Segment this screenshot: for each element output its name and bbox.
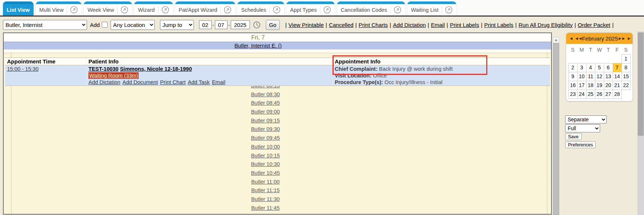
tab-multi-view[interactable]: Multi View bbox=[36, 1, 82, 15]
time-slot-link[interactable]: Butler 08:30 bbox=[251, 91, 280, 97]
time-slot-link[interactable]: Butler 09:00 bbox=[251, 109, 280, 115]
calendar-day[interactable]: 20 bbox=[604, 81, 613, 90]
time-slot-link[interactable]: Butler 11:30 bbox=[251, 196, 279, 202]
schedule-scrollbar[interactable]: ▲ bbox=[553, 37, 559, 215]
calendar-day[interactable]: 21 bbox=[613, 81, 622, 90]
calendar-day[interactable]: 9 bbox=[568, 72, 577, 81]
provider-select[interactable]: Butler, Internist bbox=[3, 20, 87, 30]
calendar-day[interactable]: 12 bbox=[595, 72, 604, 81]
external-link-icon[interactable] bbox=[220, 6, 232, 14]
tab-list-view[interactable]: List View bbox=[3, 1, 34, 15]
toolbar-link-print-labels[interactable]: Print Labels bbox=[484, 22, 514, 28]
tab-wizard[interactable]: Wizard bbox=[134, 1, 173, 15]
patient-action-add-document[interactable]: Add Document bbox=[122, 79, 158, 85]
patient-action-email[interactable]: Email bbox=[212, 79, 225, 85]
external-link-icon[interactable] bbox=[158, 6, 169, 14]
external-link-icon[interactable] bbox=[117, 6, 128, 14]
time-slot-link[interactable]: Butler 11:15 bbox=[251, 187, 279, 193]
calendar-day[interactable]: 5 bbox=[595, 63, 604, 72]
calendar-day[interactable]: 13 bbox=[604, 72, 613, 81]
calendar-day[interactable]: 27 bbox=[604, 90, 613, 98]
tab-pat-appt-wizard[interactable]: Pat/Appt Wizard bbox=[175, 1, 236, 15]
patient-name-link[interactable]: Simmons, Nicole 12-18-1990 bbox=[120, 66, 192, 72]
provider-header-link[interactable]: Butler, Internist E. () bbox=[4, 42, 512, 49]
calendar-day[interactable]: 15 bbox=[622, 72, 630, 81]
day-input[interactable] bbox=[215, 20, 227, 29]
preferences-button[interactable]: Preferences bbox=[565, 141, 596, 148]
year-input[interactable] bbox=[231, 20, 250, 29]
next-year-icon[interactable]: ►► bbox=[618, 36, 625, 41]
scrollbar-thumb[interactable] bbox=[553, 43, 559, 215]
calendar-day[interactable]: 18 bbox=[586, 81, 595, 90]
time-slot-link[interactable]: Butler 11:00 bbox=[251, 179, 279, 185]
time-slot-link[interactable]: Butler 10:15 bbox=[251, 153, 280, 159]
jump-to-select[interactable]: Jump to bbox=[160, 20, 194, 30]
calendar-day[interactable]: 4 bbox=[586, 63, 595, 72]
calendar-day-selected[interactable]: 7 bbox=[613, 63, 622, 72]
patient-action-print-chart[interactable]: Print Chart bbox=[160, 79, 185, 85]
month-input[interactable] bbox=[199, 20, 212, 29]
time-slot-link[interactable]: Butler 10:45 bbox=[251, 170, 280, 176]
external-link-icon[interactable] bbox=[390, 6, 401, 14]
location-select[interactable]: Any Location bbox=[111, 20, 155, 30]
tab-appt-types[interactable]: Appt Types bbox=[286, 1, 335, 15]
time-slot-link[interactable]: Butler 08:45 bbox=[251, 100, 280, 106]
tab-waiting-list[interactable]: Waiting List bbox=[407, 1, 456, 15]
view-size-select[interactable]: Full bbox=[565, 124, 600, 132]
time-slot-link[interactable]: Butler 09:45 bbox=[251, 135, 280, 141]
appointment-time-link[interactable]: 15:00 - 15:30 bbox=[7, 66, 38, 72]
calendar-day[interactable]: 23 bbox=[568, 90, 577, 98]
clock-icon[interactable] bbox=[253, 21, 261, 29]
time-slot-link[interactable]: Butler 12:00 bbox=[251, 214, 280, 214]
patient-action-add-task[interactable]: Add Task bbox=[188, 79, 209, 85]
toolbar-link-print-labels[interactable]: Print Labels bbox=[450, 22, 479, 28]
calendar-day[interactable]: 2 bbox=[568, 63, 577, 72]
page-scrollbar[interactable] bbox=[637, 31, 644, 215]
toolbar-link-add-dictation[interactable]: Add Dictation bbox=[393, 22, 426, 28]
time-slot-link[interactable]: Butler 09:15 bbox=[251, 118, 280, 124]
calendar-day[interactable]: 10 bbox=[577, 72, 586, 81]
go-button[interactable]: Go bbox=[266, 20, 280, 30]
calendar-day[interactable]: 26 bbox=[595, 90, 604, 98]
calendar-day[interactable]: 11 bbox=[586, 72, 595, 81]
save-button[interactable]: Save bbox=[565, 133, 582, 140]
scrollbar-up-arrow[interactable]: ▲ bbox=[553, 37, 559, 43]
toolbar-link-email[interactable]: Email bbox=[431, 22, 445, 28]
toolbar-link-cancelled[interactable]: Cancelled bbox=[329, 22, 354, 28]
tab-cancellation-codes[interactable]: Cancellation Codes bbox=[337, 1, 405, 15]
calendar-day[interactable]: 6 bbox=[604, 63, 613, 72]
time-slot-link[interactable]: Butler 11:45 bbox=[251, 205, 279, 211]
calendar-day[interactable]: 22 bbox=[622, 81, 630, 90]
toolbar-link-run-all-drug-eligibility[interactable]: Run All Drug Eligibility bbox=[519, 22, 573, 28]
calendar-day[interactable]: 25 bbox=[586, 90, 595, 98]
external-link-icon[interactable] bbox=[320, 6, 331, 14]
calendar-day[interactable]: 3 bbox=[577, 63, 586, 72]
external-link-icon[interactable] bbox=[442, 6, 453, 14]
toolbar-link-print-charts[interactable]: Print Charts bbox=[359, 22, 388, 28]
external-link-icon[interactable] bbox=[269, 6, 281, 14]
calendar-day[interactable]: 1 bbox=[622, 54, 630, 63]
time-slot-link[interactable]: Butler 10:00 bbox=[251, 144, 280, 150]
add-checkbox[interactable] bbox=[102, 22, 108, 28]
toolbar-link-order-packet[interactable]: Order Packet bbox=[578, 22, 610, 28]
next-month-icon[interactable]: ► bbox=[627, 36, 631, 41]
calendar-day[interactable]: 14 bbox=[613, 72, 622, 81]
patient-action-add-dictation[interactable]: Add Dictation bbox=[88, 79, 120, 85]
prev-year-icon[interactable]: ◄◄ bbox=[575, 36, 582, 41]
calendar-day[interactable]: 24 bbox=[577, 90, 586, 98]
page-scrollbar-thumb[interactable] bbox=[638, 32, 644, 136]
calendar-day[interactable]: 8 bbox=[622, 63, 630, 72]
calendar-day[interactable]: 19 bbox=[595, 81, 604, 90]
time-slot-link[interactable]: Butler 10:30 bbox=[251, 161, 280, 167]
tab-schedules[interactable]: Schedules bbox=[237, 1, 284, 15]
toolbar-link-view-printable[interactable]: View Printable bbox=[289, 22, 324, 28]
calendar-day[interactable]: 16 bbox=[568, 81, 577, 90]
layout-mode-select[interactable]: Separate bbox=[565, 115, 607, 124]
tab-week-view[interactable]: Week View bbox=[84, 1, 132, 15]
calendar-day[interactable]: 17 bbox=[577, 81, 586, 90]
patient-id-link[interactable]: TEST-10030 bbox=[88, 66, 118, 72]
prev-month-icon[interactable]: ◄ bbox=[569, 36, 573, 41]
time-slot-link[interactable]: Butler 09:30 bbox=[251, 126, 280, 132]
external-link-icon[interactable] bbox=[67, 6, 78, 14]
calendar-day[interactable]: 28 bbox=[613, 90, 622, 98]
